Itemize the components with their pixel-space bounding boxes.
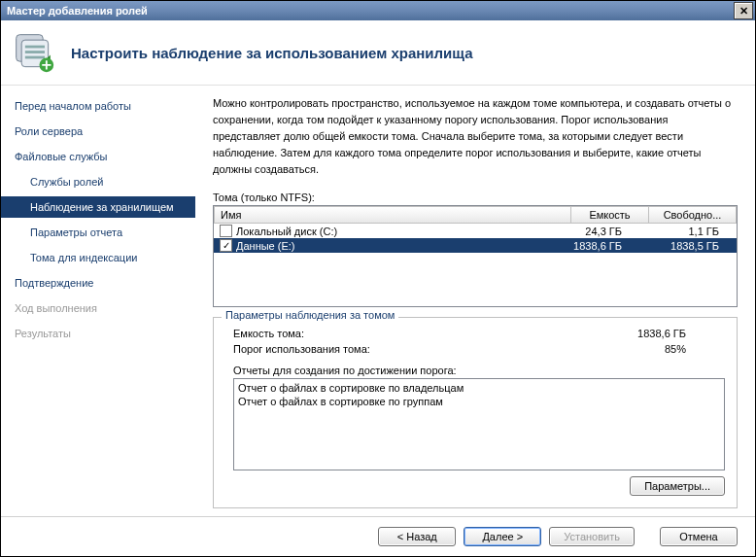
sidebar-item-4[interactable]: Наблюдение за хранилищем: [1, 196, 195, 218]
volume-name: Данные (E:): [236, 240, 295, 252]
volumes-label: Тома (только NTFS):: [213, 191, 738, 203]
sidebar-item-7[interactable]: Подтверждение: [1, 272, 195, 294]
sidebar-item-8: Ход выполнения: [1, 297, 195, 319]
close-icon: ✕: [739, 5, 748, 17]
description-text: Можно контролировать пространство, испол…: [213, 95, 738, 178]
volume-options-group: Параметры наблюдения за томом Емкость то…: [213, 317, 738, 508]
threshold-label: Порог использования тома:: [233, 343, 569, 355]
volumes-rows: Локальный диск (C:)24,3 ГБ1,1 ГБ✓Данные …: [214, 224, 737, 253]
sidebar-item-9: Результаты: [1, 323, 195, 344]
threshold-row: Порог использования тома: 85%: [225, 341, 725, 357]
close-button[interactable]: ✕: [734, 2, 753, 19]
threshold-value: 85%: [569, 343, 725, 355]
next-button[interactable]: Далее >: [464, 527, 541, 546]
footer: < Назад Далее > Установить Отмена: [1, 516, 755, 556]
volumes-list[interactable]: Имя Емкость Свободно... Локальный диск (…: [213, 205, 738, 307]
volume-capacity: 24,3 ГБ: [544, 226, 632, 237]
volume-name-cell: ✓Данные (E:): [214, 239, 544, 252]
cancel-button[interactable]: Отмена: [660, 527, 738, 546]
svg-rect-4: [25, 56, 45, 59]
page-title: Настроить наблюдение за использованием х…: [71, 45, 473, 61]
group-legend: Параметры наблюдения за томом: [222, 309, 398, 321]
install-button: Установить: [549, 527, 635, 546]
parameters-button[interactable]: Параметры...: [630, 476, 725, 496]
sidebar-item-3[interactable]: Службы ролей: [1, 171, 195, 192]
params-button-row: Параметры...: [225, 476, 725, 496]
wizard-icon: [13, 31, 55, 74]
volume-row-0[interactable]: Локальный диск (C:)24,3 ГБ1,1 ГБ: [214, 224, 737, 238]
sidebar-item-6[interactable]: Тома для индексации: [1, 247, 195, 268]
capacity-value: 1838,6 ГБ: [569, 328, 725, 339]
volume-free: 1838,5 ГБ: [632, 240, 737, 252]
svg-rect-2: [25, 46, 45, 49]
sidebar-item-5[interactable]: Параметры отчета: [1, 222, 195, 243]
header: Настроить наблюдение за использованием х…: [1, 20, 755, 85]
back-button[interactable]: < Назад: [378, 527, 456, 546]
wizard-window: Мастер добавления ролей ✕ Настроить набл…: [0, 0, 756, 557]
sidebar-item-1[interactable]: Роли сервера: [1, 121, 195, 142]
volume-capacity: 1838,6 ГБ: [544, 240, 632, 252]
body: Перед началом работыРоли сервераФайловые…: [1, 85, 755, 516]
col-free[interactable]: Свободно...: [649, 206, 737, 224]
col-capacity[interactable]: Емкость: [571, 206, 649, 224]
reports-list[interactable]: Отчет о файлах в сортировке по владельца…: [233, 378, 725, 470]
main-panel: Можно контролировать пространство, испол…: [195, 86, 755, 516]
reports-label: Отчеты для создания по достижении порога…: [225, 357, 725, 378]
window-title: Мастер добавления ролей: [7, 5, 148, 17]
volumes-header: Имя Емкость Свободно...: [214, 206, 737, 224]
svg-rect-3: [25, 51, 45, 53]
capacity-label: Емкость тома:: [233, 328, 569, 339]
volume-row-1[interactable]: ✓Данные (E:)1838,6 ГБ1838,5 ГБ: [214, 238, 737, 253]
volume-name-cell: Локальный диск (C:): [214, 225, 544, 237]
titlebar: Мастер добавления ролей ✕: [1, 1, 755, 20]
sidebar: Перед началом работыРоли сервераФайловые…: [1, 86, 195, 516]
volume-name: Локальный диск (C:): [236, 226, 337, 237]
report-item-1[interactable]: Отчет о файлах в сортировке по группам: [238, 395, 720, 408]
sidebar-item-2[interactable]: Файловые службы: [1, 146, 195, 167]
capacity-row: Емкость тома: 1838,6 ГБ: [225, 326, 725, 341]
report-item-0[interactable]: Отчет о файлах в сортировке по владельца…: [238, 381, 720, 395]
volume-checkbox[interactable]: [220, 225, 232, 237]
volume-free: 1,1 ГБ: [632, 226, 737, 237]
volume-checkbox[interactable]: ✓: [220, 239, 232, 252]
sidebar-item-0[interactable]: Перед началом работы: [1, 95, 195, 117]
col-name[interactable]: Имя: [214, 206, 571, 224]
